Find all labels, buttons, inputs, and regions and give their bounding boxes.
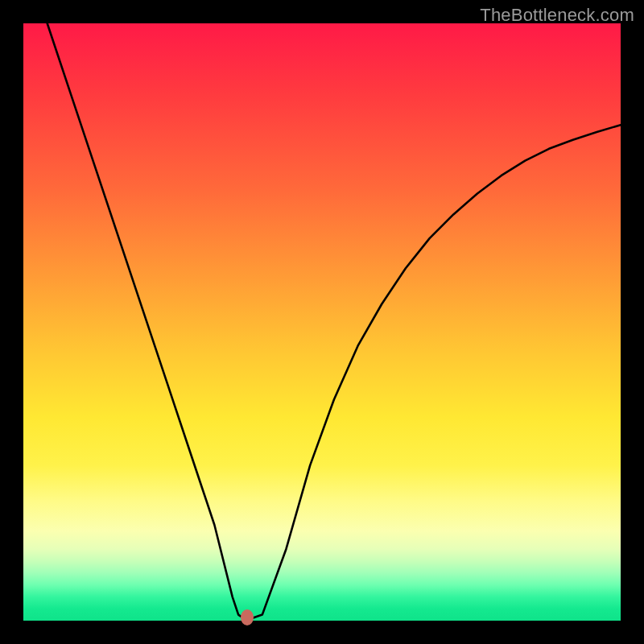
- watermark-text: TheBottleneck.com: [480, 5, 634, 26]
- bottleneck-curve: [23, 23, 621, 621]
- chart-frame: TheBottleneck.com: [0, 0, 644, 644]
- optimal-point-marker: [241, 609, 254, 625]
- plot-area: [23, 23, 621, 621]
